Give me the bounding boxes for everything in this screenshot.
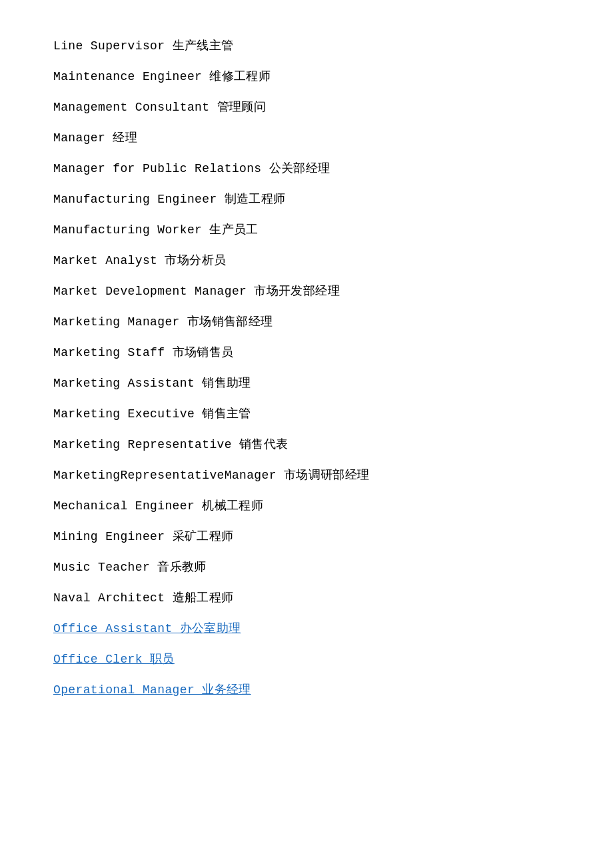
list-item: Naval Architect 造船工程师 [53,592,560,604]
list-item-text: Manufacturing Worker 生产员工 [53,223,259,237]
list-item-text: Manager for Public Relations 公关部经理 [53,162,330,175]
list-item[interactable]: Operational Manager 业务经理 [53,684,560,696]
list-item-text: Marketing Staff 市场销售员 [53,346,233,359]
job-list: Line Supervisor 生产线主管Maintenance Enginee… [53,40,560,696]
list-item-text: Mining Engineer 采矿工程师 [53,530,233,543]
list-item: Manufacturing Worker 生产员工 [53,224,560,236]
list-item-text: Market Development Manager 市场开发部经理 [53,285,340,298]
list-item: Market Development Manager 市场开发部经理 [53,285,560,297]
list-item-text: Marketing Manager 市场销售部经理 [53,315,273,329]
list-item: Mechanical Engineer 机械工程师 [53,500,560,512]
list-item: Marketing Representative 销售代表 [53,439,560,451]
list-item-text: Office Assistant 办公室助理 [53,622,241,635]
list-item: Marketing Executive 销售主管 [53,408,560,420]
list-item: Line Supervisor 生产线主管 [53,40,560,52]
list-item: Marketing Manager 市场销售部经理 [53,316,560,328]
list-item: Music Teacher 音乐教师 [53,561,560,573]
list-item-text: Naval Architect 造船工程师 [53,591,233,605]
list-item-text: Music Teacher 音乐教师 [53,561,207,574]
list-item: Manager for Public Relations 公关部经理 [53,163,560,175]
list-item: Market Analyst 市场分析员 [53,255,560,267]
list-item-text: Marketing Representative 销售代表 [53,438,288,451]
list-item[interactable]: Office Assistant 办公室助理 [53,623,560,635]
list-item: Mining Engineer 采矿工程师 [53,531,560,543]
list-item-text: MarketingRepresentativeManager 市场调研部经理 [53,469,370,482]
list-item-text: Office Clerk 职员 [53,653,175,666]
list-item-text: Line Supervisor 生产线主管 [53,39,233,53]
list-item: MarketingRepresentativeManager 市场调研部经理 [53,469,560,481]
list-item-text: Mechanical Engineer 机械工程师 [53,499,263,513]
list-item-text: Marketing Executive 销售主管 [53,407,251,421]
list-item-text: Manufacturing Engineer 制造工程师 [53,193,286,206]
list-item: Manufacturing Engineer 制造工程师 [53,193,560,205]
list-item-text: Marketing Assistant 销售助理 [53,377,251,390]
list-item: Manager 经理 [53,132,560,144]
list-item-text: Manager 经理 [53,131,137,145]
list-item-text: Market Analyst 市场分析员 [53,254,226,267]
list-item-text: Management Consultant 管理顾问 [53,101,266,114]
list-item-text: Operational Manager 业务经理 [53,683,251,697]
list-item[interactable]: Office Clerk 职员 [53,653,560,665]
list-item: Maintenance Engineer 维修工程师 [53,71,560,83]
list-item-text: Maintenance Engineer 维修工程师 [53,70,271,83]
list-item: Management Consultant 管理顾问 [53,101,560,113]
list-item: Marketing Assistant 销售助理 [53,377,560,389]
list-item: Marketing Staff 市场销售员 [53,347,560,359]
